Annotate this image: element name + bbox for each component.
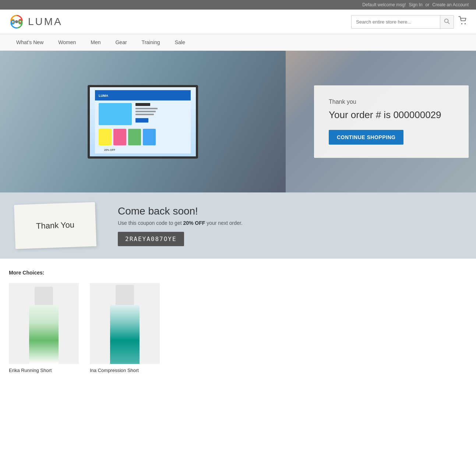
svg-point-5 — [465, 23, 466, 24]
continue-shopping-button[interactable]: Continue Shopping — [329, 130, 403, 145]
svg-point-36 — [126, 353, 137, 358]
svg-rect-25 — [33, 312, 55, 315]
laptop-screen: LUMA 20% OFF — [88, 85, 198, 159]
svg-rect-30 — [113, 311, 137, 336]
order-confirmation-overlay: Thank you Your order # is 000000029 Cont… — [314, 85, 469, 158]
svg-rect-29 — [116, 285, 134, 318]
welcome-message: Default welcome msg! — [362, 2, 406, 7]
svg-rect-9 — [99, 103, 132, 125]
laptop-screen-svg: LUMA 20% OFF — [95, 90, 191, 153]
svg-rect-18 — [143, 129, 156, 145]
coupon-discount-bold: 20% OFF — [183, 220, 205, 226]
create-account-link[interactable]: Create an Account — [432, 2, 469, 7]
order-number-text: Your order # is 000000029 — [329, 109, 454, 121]
svg-rect-10 — [135, 103, 150, 106]
product-name-erika: Erika Running Short — [9, 368, 79, 373]
search-input[interactable] — [352, 16, 440, 28]
svg-point-27 — [45, 351, 55, 356]
coupon-desc-suffix: your next order. — [205, 220, 242, 226]
product-image-ina — [90, 283, 160, 364]
svg-rect-32 — [127, 334, 136, 354]
svg-text:20% OFF: 20% OFF — [104, 149, 116, 151]
svg-rect-7 — [95, 90, 191, 100]
svg-rect-11 — [135, 108, 158, 109]
search-bar[interactable] — [351, 15, 454, 29]
thank-you-label: Thank you — [329, 99, 454, 105]
search-button[interactable] — [440, 15, 454, 28]
products-grid: Erika Running Short — [9, 283, 467, 373]
header-right — [351, 15, 467, 29]
svg-rect-16 — [113, 129, 126, 145]
hero-background: LUMA 20% OFF — [0, 51, 476, 192]
coupon-text-area: Come back soon! Use this coupon code to … — [118, 205, 461, 246]
svg-rect-21 — [35, 287, 53, 320]
main-nav: What's New Women Men Gear Training Sale — [0, 34, 476, 51]
product-card-ina[interactable]: Ina Compression Short — [90, 283, 160, 373]
nav-item-women[interactable]: Women — [51, 34, 83, 50]
more-choices-section: More Choices: — [0, 259, 476, 388]
svg-point-26 — [33, 351, 43, 356]
cart-button[interactable] — [458, 16, 467, 27]
svg-point-4 — [461, 23, 462, 24]
svg-rect-13 — [135, 114, 154, 115]
svg-rect-31 — [114, 334, 123, 354]
svg-rect-12 — [135, 111, 156, 112]
svg-point-35 — [113, 353, 123, 358]
coupon-description: Use this coupon code to get 20% OFF your… — [118, 220, 461, 226]
coupon-desc-prefix: Use this coupon code to get — [118, 220, 183, 226]
svg-rect-23 — [34, 326, 42, 352]
svg-rect-15 — [99, 129, 112, 145]
coupon-code-box[interactable]: 2RAEYA087OYE — [118, 232, 184, 246]
header: LUMA — [0, 10, 476, 34]
product-name-ina: Ina Compression Short — [90, 368, 160, 373]
luma-logo-icon — [9, 14, 24, 29]
more-choices-title: More Choices: — [9, 270, 467, 276]
ina-product-svg — [90, 283, 160, 364]
come-back-label: Come back soon! — [118, 205, 461, 217]
order-prefix: Your order # is — [329, 109, 393, 120]
product-image-erika — [9, 283, 79, 364]
logo-area[interactable]: LUMA — [9, 14, 63, 29]
svg-rect-14 — [135, 118, 148, 123]
laptop-mockup: LUMA 20% OFF — [0, 51, 286, 192]
nav-item-gear[interactable]: Gear — [108, 34, 134, 50]
svg-line-3 — [448, 22, 449, 24]
order-number-value: 000000029 — [393, 109, 441, 120]
nav-item-training[interactable]: Training — [134, 34, 168, 50]
svg-text:LUMA: LUMA — [99, 94, 108, 98]
product-card-erika[interactable]: Erika Running Short — [9, 283, 79, 373]
top-bar: Default welcome msg! Sign In or Create a… — [0, 0, 476, 10]
nav-item-whats-new[interactable]: What's New — [9, 34, 51, 50]
erika-product-svg — [9, 283, 79, 364]
nav-item-men[interactable]: Men — [83, 34, 108, 50]
laptop-screen-content: LUMA 20% OFF — [90, 87, 196, 156]
svg-rect-33 — [113, 311, 137, 314]
nav-item-sale[interactable]: Sale — [168, 34, 193, 50]
search-icon — [444, 18, 450, 24]
svg-rect-17 — [128, 129, 141, 145]
thank-you-note-card: Thank You — [14, 202, 96, 249]
coupon-section: Thank You Come back soon! Use this coupo… — [0, 192, 476, 259]
hero-section: LUMA 20% OFF — [0, 51, 476, 192]
svg-rect-22 — [33, 312, 55, 329]
svg-point-1 — [15, 20, 18, 23]
svg-rect-24 — [46, 326, 54, 352]
cart-icon — [458, 16, 467, 25]
signin-link[interactable]: Sign In — [409, 2, 422, 7]
or-separator: or — [426, 2, 430, 7]
logo-text: LUMA — [28, 16, 63, 28]
